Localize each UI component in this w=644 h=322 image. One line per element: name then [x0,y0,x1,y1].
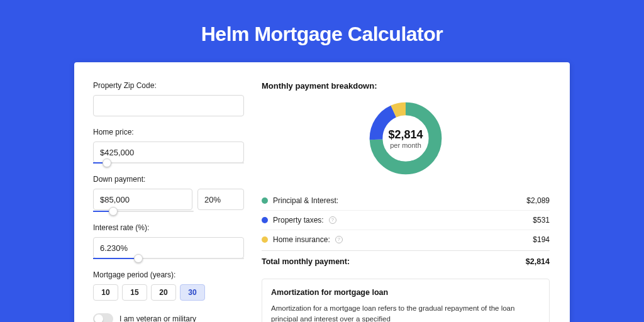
home-price-label: Home price: [93,128,244,136]
interest-rate-input[interactable] [93,237,244,258]
legend-dot-insurance [262,236,268,243]
zip-field: Property Zip Code: [93,81,244,116]
veteran-toggle-knob [94,314,103,322]
down-payment-amount-input[interactable] [93,189,192,210]
mortgage-period-field: Mortgage period (years): 10152030 [93,270,244,301]
home-price-field: Home price: [93,128,244,164]
home-price-input[interactable] [93,142,244,163]
form-column: Property Zip Code: Home price: Down paym… [93,81,244,322]
legend: Principal & Interest:$2,089Property taxe… [262,191,550,249]
interest-rate-field: Interest rate (%): [93,223,244,259]
calculator-card: Property Zip Code: Home price: Down paym… [74,62,570,322]
donut-chart-wrap: $2,814 per month [262,99,550,177]
legend-value-taxes: $531 [533,216,550,225]
breakdown-column: Monthly payment breakdown: $2,814 per mo… [262,81,550,322]
interest-rate-slider-thumb[interactable] [134,254,143,263]
period-option-10[interactable]: 10 [93,284,118,301]
period-option-15[interactable]: 15 [122,284,147,301]
veteran-toggle-row: I am veteran or military [93,313,244,322]
period-option-30[interactable]: 30 [180,284,205,301]
down-payment-slider[interactable] [93,211,194,212]
zip-input[interactable] [93,95,244,116]
donut-chart: $2,814 per month [367,99,445,177]
veteran-toggle[interactable] [93,313,113,322]
legend-row-insurance: Home insurance:?$194 [262,230,550,249]
legend-value-insurance: $194 [533,235,550,244]
donut-amount: $2,814 [388,128,423,142]
total-row: Total monthly payment: $2,814 [262,250,550,275]
mortgage-period-label: Mortgage period (years): [93,270,244,279]
legend-label-taxes: Property taxes: [273,216,324,225]
amortization-title: Amortization for mortgage loan [271,288,540,297]
breakdown-title: Monthly payment breakdown: [262,81,550,91]
legend-row-taxes: Property taxes:?$531 [262,211,550,230]
down-payment-percent-input[interactable] [197,189,244,210]
interest-rate-slider[interactable] [93,258,244,259]
veteran-toggle-label: I am veteran or military [119,314,196,322]
period-option-20[interactable]: 20 [151,284,176,301]
down-payment-field: Down payment: [93,175,244,212]
legend-label-insurance: Home insurance: [273,235,330,244]
page-root: Helm Mortgage Calculator Property Zip Co… [0,0,644,322]
info-icon[interactable]: ? [329,216,336,224]
amortization-text: Amortization for a mortgage loan refers … [271,303,540,322]
zip-label: Property Zip Code: [93,81,244,90]
down-payment-label: Down payment: [93,175,244,184]
legend-dot-principal [262,197,268,204]
home-price-slider[interactable] [93,162,244,164]
total-label: Total monthly payment: [262,257,350,266]
donut-center: $2,814 per month [367,99,445,177]
info-icon[interactable]: ? [335,236,343,243]
down-payment-slider-thumb[interactable] [109,207,118,216]
total-value: $2,814 [526,257,550,266]
home-price-slider-thumb[interactable] [103,158,111,167]
legend-row-principal: Principal & Interest:$2,089 [262,191,550,211]
amortization-card: Amortization for mortgage loan Amortizat… [262,279,550,322]
interest-rate-label: Interest rate (%): [93,223,244,232]
legend-value-principal: $2,089 [526,196,550,205]
legend-label-principal: Principal & Interest: [273,196,338,205]
legend-dot-taxes [262,217,268,223]
donut-sub: per month [390,142,421,149]
page-title: Helm Mortgage Calculator [201,23,443,46]
mortgage-period-options: 10152030 [93,284,244,301]
